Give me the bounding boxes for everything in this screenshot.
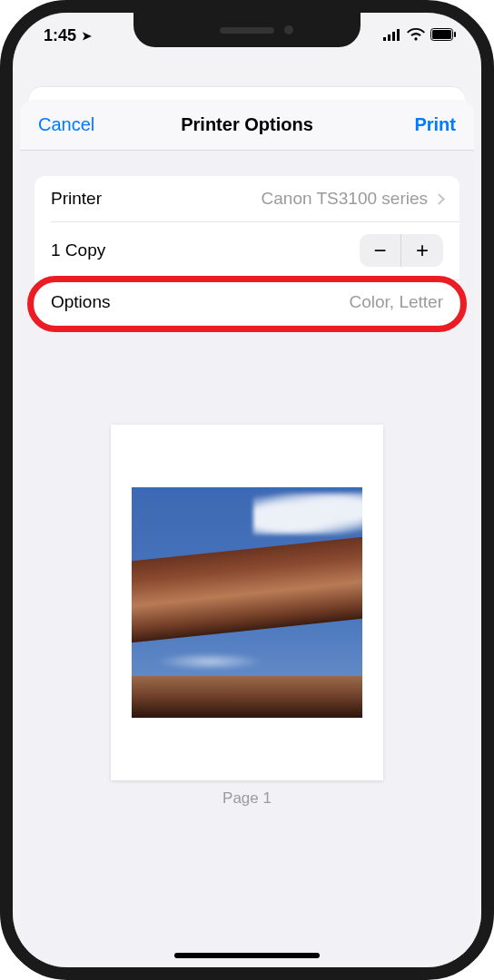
stepper-decrement-button[interactable]: −: [360, 234, 401, 267]
options-row-label: Options: [51, 292, 110, 312]
printer-row-label: Printer: [51, 189, 102, 209]
print-preview-area: Page 1: [20, 325, 474, 960]
battery-icon: [430, 26, 456, 45]
stepper-increment-button[interactable]: +: [401, 234, 443, 267]
location-icon: ➤: [82, 29, 92, 43]
printer-row[interactable]: Printer Canon TS3100 series: [35, 176, 459, 221]
copies-row: 1 Copy − +: [35, 221, 459, 279]
options-row-value: Color, Letter: [350, 292, 444, 312]
svg-rect-5: [432, 30, 451, 39]
copies-row-label: 1 Copy: [51, 240, 105, 260]
print-button[interactable]: Print: [383, 114, 456, 135]
iphone-frame: 1:45 ➤ Cancel Printer Options Print: [0, 0, 494, 980]
screen: 1:45 ➤ Cancel Printer Options Print: [13, 13, 481, 967]
svg-rect-6: [454, 32, 456, 37]
copies-stepper: − +: [360, 234, 443, 267]
sheet-title: Printer Options: [181, 114, 313, 135]
status-time: 1:45: [44, 26, 76, 45]
preview-page[interactable]: [111, 425, 383, 780]
svg-rect-0: [383, 37, 386, 41]
svg-rect-2: [392, 32, 395, 41]
printer-options-sheet: Cancel Printer Options Print Printer Can…: [20, 100, 474, 960]
cellular-icon: [383, 26, 401, 45]
svg-rect-3: [397, 29, 400, 41]
printer-row-value: Canon TS3100 series: [262, 189, 428, 209]
wifi-icon: [407, 26, 425, 45]
settings-group: Printer Canon TS3100 series 1 Copy − + O…: [35, 176, 459, 325]
options-row[interactable]: Options Color, Letter: [35, 279, 459, 325]
nav-bar: Cancel Printer Options Print: [20, 100, 474, 151]
chevron-right-icon: [433, 193, 445, 205]
preview-page-label: Page 1: [222, 789, 272, 808]
cancel-button[interactable]: Cancel: [38, 114, 111, 135]
preview-photo: [132, 487, 362, 718]
home-indicator[interactable]: [174, 953, 320, 958]
svg-rect-1: [388, 34, 390, 41]
notch: [133, 13, 361, 47]
